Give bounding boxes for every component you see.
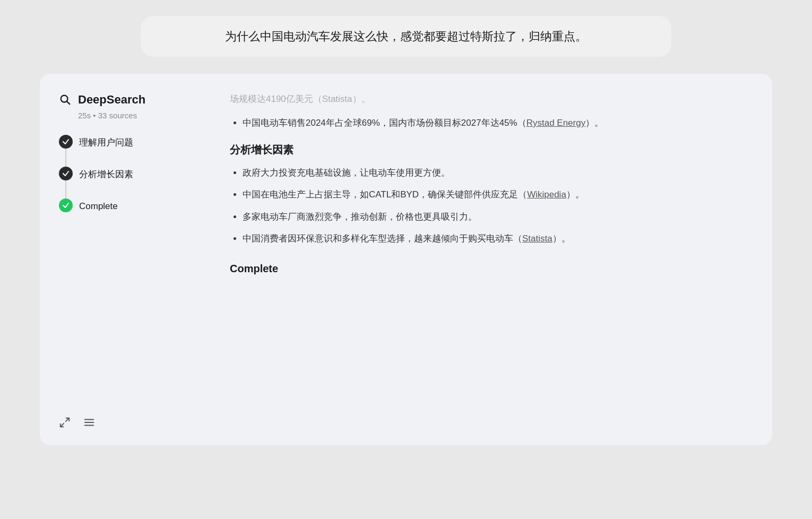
sidebar-header: DeepSearch <box>59 93 202 107</box>
query-bubble: 为什么中国电动汽车发展这么快，感觉都要超过特斯拉了，归纳重点。 <box>141 16 671 57</box>
intro-bullets: 中国电动车销售2024年占全球69%，国内市场份额目标2027年达45%（Rys… <box>230 116 753 130</box>
sidebar-footer <box>59 406 202 430</box>
rystad-link[interactable]: Rystad Energy <box>526 118 586 128</box>
main-card: DeepSearch 25s • 33 sources 理解用户问题 <box>40 74 772 445</box>
wikipedia-link[interactable]: Wikipedia <box>527 189 566 200</box>
step3-connector <box>59 198 73 212</box>
sidebar-title: DeepSearch <box>78 93 145 107</box>
menu-icon[interactable] <box>83 417 95 430</box>
step1-icon <box>59 135 73 149</box>
statista-link-top[interactable]: Statista <box>322 94 352 104</box>
growth-section-title: 分析增长因素 <box>230 143 753 157</box>
svg-line-3 <box>61 423 64 427</box>
complete-label: Complete <box>230 263 753 275</box>
top-fade-text: 场规模达4190亿美元（Statista）。 <box>230 93 753 105</box>
step3-label: Complete <box>79 198 118 213</box>
step-item-2: 分析增长因素 <box>59 167 202 198</box>
step2-connector <box>59 167 73 198</box>
svg-line-2 <box>66 418 69 421</box>
bullet-competition: 多家电动车厂商激烈竞争，推动创新，价格也更具吸引力。 <box>243 210 753 224</box>
step1-line <box>65 149 66 167</box>
expand-icon[interactable] <box>59 417 71 430</box>
search-icon <box>59 93 72 106</box>
step3-icon <box>59 198 73 212</box>
sidebar: DeepSearch 25s • 33 sources 理解用户问题 <box>59 93 213 430</box>
sidebar-meta: 25s • 33 sources <box>78 111 202 120</box>
svg-line-1 <box>67 101 70 104</box>
content-area: 场规模达4190亿美元（Statista）。 中国电动车销售2024年占全球69… <box>213 93 753 430</box>
bullet-consumers: 中国消费者因环保意识和多样化车型选择，越来越倾向于购买电动车（Statista）… <box>243 231 753 246</box>
step2-icon <box>59 167 73 180</box>
step2-label: 分析增长因素 <box>79 167 133 181</box>
step1-label: 理解用户问题 <box>79 135 133 149</box>
query-text: 为什么中国电动汽车发展这么快，感觉都要超过特斯拉了，归纳重点。 <box>225 30 587 43</box>
step-item-1: 理解用户问题 <box>59 135 202 167</box>
statista-link-bottom[interactable]: Statista <box>522 233 552 244</box>
step-item-3: Complete <box>59 198 202 213</box>
step-list: 理解用户问题 分析增长因素 <box>59 135 202 406</box>
step1-connector <box>59 135 73 167</box>
step2-line <box>65 180 66 198</box>
bullet-sales: 中国电动车销售2024年占全球69%，国内市场份额目标2027年达45%（Rys… <box>243 116 753 130</box>
bullet-charging: 政府大力投资充电基础设施，让电动车使用更方便。 <box>243 166 753 180</box>
growth-bullets: 政府大力投资充电基础设施，让电动车使用更方便。 中国在电池生产上占据主导，如CA… <box>230 166 753 246</box>
bullet-battery: 中国在电池生产上占据主导，如CATL和BYD，确保关键部件供应充足（Wikipe… <box>243 187 753 202</box>
